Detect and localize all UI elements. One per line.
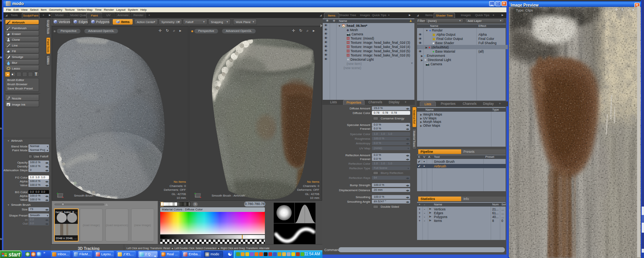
svg-text:2048 x 2048, ...: 2048 x 2048, ... <box>56 237 77 240</box>
svg-text:head_bake_fi ...: head_bake_fi ... <box>56 210 77 214</box>
